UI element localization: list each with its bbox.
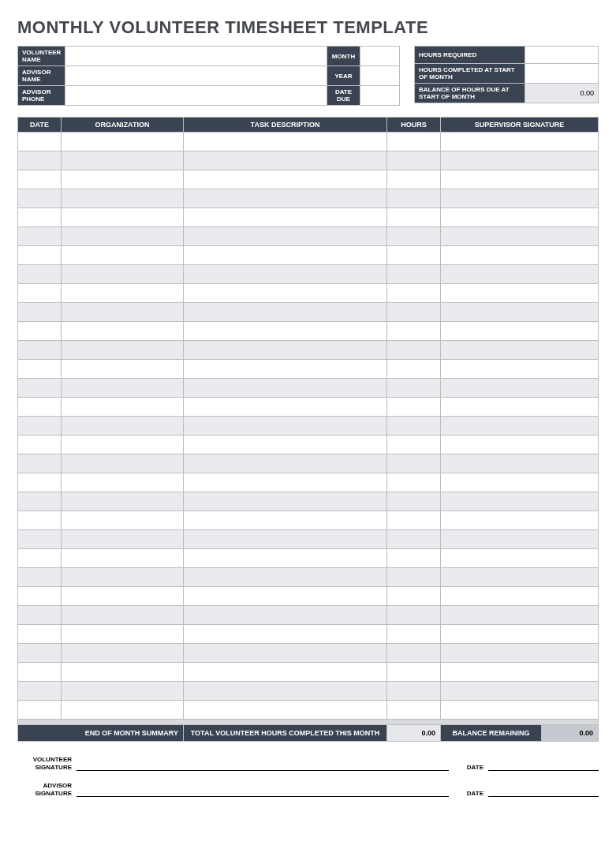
cell[interactable] [18, 454, 62, 473]
cell[interactable] [62, 530, 184, 549]
cell[interactable] [62, 625, 184, 644]
cell[interactable] [18, 208, 62, 227]
cell[interactable] [18, 133, 62, 151]
month-field[interactable] [360, 47, 400, 66]
cell[interactable] [387, 644, 441, 663]
cell[interactable] [62, 322, 184, 341]
cell[interactable] [387, 511, 441, 530]
cell[interactable] [62, 454, 184, 473]
cell[interactable] [387, 189, 441, 208]
cell[interactable] [184, 360, 387, 379]
cell[interactable] [184, 284, 387, 303]
cell[interactable] [62, 436, 184, 454]
cell[interactable] [387, 417, 441, 436]
cell[interactable] [62, 379, 184, 398]
volunteer-date-line[interactable] [488, 760, 599, 771]
cell[interactable] [441, 246, 599, 265]
date-due-field[interactable] [360, 86, 400, 106]
cell[interactable] [441, 208, 599, 227]
cell[interactable] [441, 133, 599, 151]
cell[interactable] [62, 663, 184, 682]
cell[interactable] [387, 682, 441, 701]
cell[interactable] [18, 644, 62, 663]
cell[interactable] [62, 587, 184, 606]
year-field[interactable] [360, 66, 400, 86]
cell[interactable] [18, 322, 62, 341]
advisor-phone-field[interactable] [65, 86, 327, 106]
cell[interactable] [62, 511, 184, 530]
cell[interactable] [441, 360, 599, 379]
cell[interactable] [62, 303, 184, 322]
cell[interactable] [441, 682, 599, 701]
cell[interactable] [184, 227, 387, 246]
cell[interactable] [441, 398, 599, 417]
cell[interactable] [441, 151, 599, 170]
cell[interactable] [441, 492, 599, 511]
cell[interactable] [441, 644, 599, 663]
cell[interactable] [62, 227, 184, 246]
cell[interactable] [184, 170, 387, 189]
cell[interactable] [387, 303, 441, 322]
cell[interactable] [18, 341, 62, 360]
cell[interactable] [387, 322, 441, 341]
cell[interactable] [184, 189, 387, 208]
cell[interactable] [184, 682, 387, 701]
cell[interactable] [441, 701, 599, 720]
cell[interactable] [62, 682, 184, 701]
cell[interactable] [441, 303, 599, 322]
cell[interactable] [387, 568, 441, 587]
cell[interactable] [18, 417, 62, 436]
cell[interactable] [387, 436, 441, 454]
cell[interactable] [387, 360, 441, 379]
advisor-date-line[interactable] [488, 786, 599, 797]
cell[interactable] [387, 606, 441, 625]
cell[interactable] [18, 170, 62, 189]
cell[interactable] [18, 265, 62, 284]
cell[interactable] [387, 587, 441, 606]
cell[interactable] [441, 511, 599, 530]
cell[interactable] [184, 246, 387, 265]
cell[interactable] [18, 701, 62, 720]
cell[interactable] [184, 322, 387, 341]
cell[interactable] [184, 644, 387, 663]
cell[interactable] [441, 341, 599, 360]
cell[interactable] [387, 492, 441, 511]
cell[interactable] [62, 549, 184, 568]
advisor-signature-line[interactable] [77, 786, 449, 797]
cell[interactable] [387, 663, 441, 682]
cell[interactable] [18, 360, 62, 379]
cell[interactable] [441, 284, 599, 303]
cell[interactable] [18, 587, 62, 606]
cell[interactable] [184, 417, 387, 436]
cell[interactable] [18, 473, 62, 492]
cell[interactable] [387, 454, 441, 473]
cell[interactable] [441, 587, 599, 606]
cell[interactable] [62, 151, 184, 170]
cell[interactable] [441, 189, 599, 208]
cell[interactable] [184, 568, 387, 587]
cell[interactable] [184, 663, 387, 682]
cell[interactable] [387, 701, 441, 720]
volunteer-signature-line[interactable] [77, 760, 449, 771]
cell[interactable] [62, 606, 184, 625]
cell[interactable] [387, 246, 441, 265]
cell[interactable] [18, 530, 62, 549]
cell[interactable] [62, 341, 184, 360]
cell[interactable] [387, 133, 441, 151]
cell[interactable] [387, 284, 441, 303]
cell[interactable] [62, 246, 184, 265]
cell[interactable] [184, 606, 387, 625]
cell[interactable] [18, 436, 62, 454]
cell[interactable] [18, 227, 62, 246]
cell[interactable] [441, 549, 599, 568]
cell[interactable] [62, 492, 184, 511]
cell[interactable] [441, 663, 599, 682]
cell[interactable] [184, 398, 387, 417]
cell[interactable] [62, 189, 184, 208]
cell[interactable] [387, 151, 441, 170]
cell[interactable] [387, 208, 441, 227]
cell[interactable] [441, 417, 599, 436]
cell[interactable] [387, 530, 441, 549]
cell[interactable] [18, 246, 62, 265]
cell[interactable] [62, 133, 184, 151]
